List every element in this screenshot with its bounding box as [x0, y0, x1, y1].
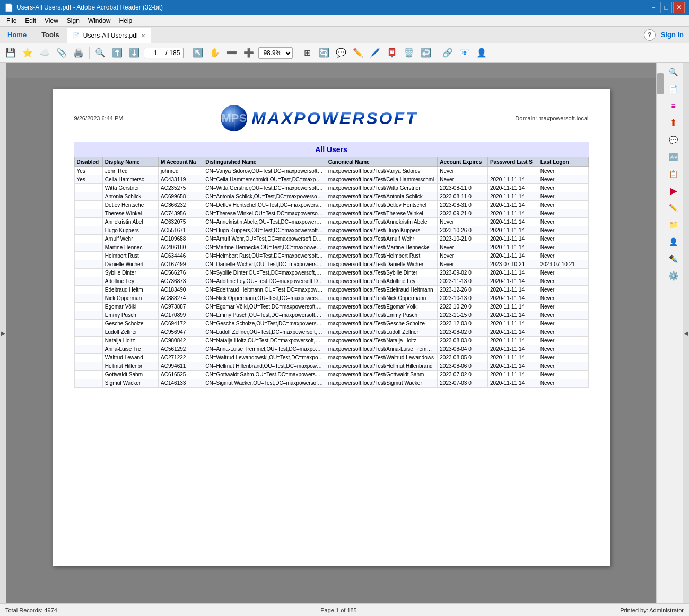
right-panel-toggle[interactable]: ◀	[683, 63, 689, 603]
cell-account: AC616525	[159, 371, 203, 379]
cell-disabled	[74, 269, 102, 277]
cell-account: AC366232	[159, 201, 203, 209]
table-row: Witta Gerstner AC235275 CN=Witta Gerstne…	[74, 184, 588, 192]
close-button[interactable]: ✕	[673, 2, 685, 13]
table-row: Martine Hennec AC406180 CN=Martine Henne…	[74, 243, 588, 252]
zoom-in-button[interactable]: ➕	[241, 46, 256, 60]
cell-cn: maxpowersoft.local/Test/Vanya Sidorov	[326, 167, 437, 175]
tab-close-button[interactable]: ✕	[141, 33, 145, 39]
cell-pwd-last: 2020-11-11 14	[488, 252, 538, 260]
toolbar-separator-2	[187, 47, 187, 59]
cell-last-logon: Never	[538, 371, 588, 379]
page-info: Page 1 of 185	[320, 607, 357, 613]
save-button[interactable]: 💾	[3, 46, 18, 60]
table-row: Ludolf Zellner AC956947 CN=Ludolf Zellne…	[74, 328, 588, 337]
cell-pwd-last: 2020-11-11 14	[488, 243, 538, 252]
sidebar-action-button[interactable]: ▶	[666, 183, 681, 198]
zoom-select[interactable]: 98.9% 50% 75% 100% 125% 150% 200%	[258, 47, 293, 59]
pdf-area: 9/26/2023 6:44 PM MPS MAXPOWERSOFT Domai…	[6, 63, 656, 603]
cell-disabled	[74, 235, 102, 243]
sidebar-protect-button[interactable]: 📁	[666, 217, 681, 232]
logo-globe-icon: MPS	[221, 105, 247, 131]
sidebar-list-button[interactable]: ≡	[666, 99, 681, 113]
left-panel-toggle[interactable]: ▶	[0, 63, 6, 603]
cell-expires: Never	[438, 260, 488, 269]
sidebar-form-button[interactable]: 📋	[666, 166, 681, 181]
stamp-button[interactable]: 📮	[385, 46, 399, 60]
fit-page-button[interactable]: ⊞	[300, 46, 315, 60]
sidebar-settings2-button[interactable]: ⚙️	[666, 268, 681, 283]
cell-pwd-last: 2020-11-11 14	[488, 226, 538, 235]
table-row: Antonia Schlick AC699658 CN=Antonia Schl…	[74, 192, 588, 201]
cell-expires: 2023-11-13 0	[438, 277, 488, 286]
cell-dn: CN=Detlev Hentschel,OU=Test,DC=maxpowers…	[203, 201, 326, 209]
cell-pwd-last	[488, 167, 538, 175]
cell-display-name: Waltrud Lewand	[102, 354, 158, 362]
attach-button[interactable]: 📎	[54, 46, 69, 60]
scroll-thumb[interactable]	[657, 73, 664, 94]
cell-dn: CN=Edeltraud Heitmann,OU=Test,DC=maxpowe…	[203, 286, 326, 294]
sign-in-button[interactable]: Sign In	[661, 31, 684, 39]
tab-document[interactable]: 📄 Users-All Users.pdf ✕	[67, 28, 151, 43]
menu-view[interactable]: View	[40, 16, 63, 25]
cell-account: AC170899	[159, 311, 203, 320]
sidebar-page-button[interactable]: 📄	[666, 82, 681, 96]
tab-home[interactable]: Home	[0, 27, 34, 43]
tab-tools[interactable]: Tools	[34, 27, 67, 43]
sidebar-translate-button[interactable]: 🔤	[666, 149, 681, 164]
email-button[interactable]: 📧	[457, 46, 472, 60]
upload-button[interactable]: ☁️	[37, 46, 52, 60]
cell-dn: CN=Witta Gerstner,OU=Test,DC=maxpowersof…	[203, 184, 326, 192]
cell-account: AC109688	[159, 235, 203, 243]
sidebar-sign-button[interactable]: ✒️	[666, 251, 681, 266]
delete-button[interactable]: 🗑️	[402, 46, 416, 60]
bookmark-button[interactable]: ⭐	[20, 46, 35, 60]
menu-file[interactable]: File	[2, 16, 21, 25]
help-button[interactable]: ?	[644, 29, 656, 41]
maximize-button[interactable]: □	[660, 2, 672, 13]
cell-expires: 2023-08-11 0	[438, 184, 488, 192]
cell-dn: CN=Arnulf Wehr,OU=Test,DC=maxpowersoft,D…	[203, 235, 326, 243]
menu-sign[interactable]: Sign	[63, 16, 84, 25]
cell-expires: 2023-08-06 0	[438, 362, 488, 371]
sidebar-redact-button[interactable]: ✏️	[666, 200, 681, 215]
sidebar-export-button[interactable]: ⬆	[666, 116, 681, 130]
cell-display-name: Heimbert Rust	[102, 252, 158, 260]
minimize-button[interactable]: −	[648, 2, 659, 13]
cell-disabled	[74, 201, 102, 209]
zoom-out-button[interactable]: 🔍	[93, 46, 108, 60]
cell-cn: maxpowersoft.local/Test/Sybille Dinter	[326, 269, 437, 277]
sidebar-zoom-button[interactable]: 🔍	[666, 65, 681, 80]
link-button[interactable]: 🔗	[440, 46, 455, 60]
table-row: Arnulf Wehr AC109688 CN=Arnulf Wehr,OU=T…	[74, 235, 588, 243]
cell-display-name: Annekristin Abel	[102, 218, 158, 226]
undo-button[interactable]: ↩️	[418, 46, 433, 60]
table-row: Edeltraud Heitm AC183490 CN=Edeltraud He…	[74, 286, 588, 294]
pan-tool-button[interactable]: ✋	[207, 46, 222, 60]
cell-expires: 2023-08-11 0	[438, 192, 488, 201]
print-button[interactable]: 🖨️	[71, 46, 86, 60]
account-button[interactable]: 👤	[474, 46, 489, 60]
menu-window[interactable]: Window	[84, 16, 115, 25]
right-sidebar: 🔍 📄 ≡ ⬆ 💬 🔤 📋 ▶ ✏️ 📁 👤 ✒️ ⚙️	[664, 63, 683, 603]
rotate-button[interactable]: 🔄	[317, 46, 332, 60]
pencil-button[interactable]: ✏️	[351, 46, 365, 60]
prev-page-button[interactable]: ⬆️	[110, 46, 125, 60]
page-number-input[interactable]: 1	[147, 49, 163, 57]
menu-edit[interactable]: Edit	[21, 16, 40, 25]
highlight-button[interactable]: 🖊️	[368, 46, 382, 60]
zoom-out-minus-button[interactable]: ➖	[224, 46, 239, 60]
next-page-button[interactable]: ⬇️	[127, 46, 142, 60]
comment-button[interactable]: 💬	[334, 46, 348, 60]
scrollbar[interactable]	[656, 63, 664, 603]
select-tool-button[interactable]: ↖️	[190, 46, 205, 60]
cell-dn: CN=Celia Hammerschmidt,OU=Test,DC=maxpow…	[203, 175, 326, 184]
menu-help[interactable]: Help	[115, 16, 137, 25]
cell-dn: CN=Anna-Luise Tremmel,OU=Test,DC=maxpowe…	[203, 345, 326, 354]
cell-account: AC888274	[159, 294, 203, 303]
sidebar-comment2-button[interactable]: 💬	[666, 133, 681, 147]
cell-dn: CN=Danielle Wichert,OU=Test,DC=maxpowers…	[203, 260, 326, 269]
sidebar-user2-button[interactable]: 👤	[666, 234, 681, 249]
cell-expires: Never	[438, 218, 488, 226]
title-bar-controls[interactable]: − □ ✕	[648, 2, 685, 13]
